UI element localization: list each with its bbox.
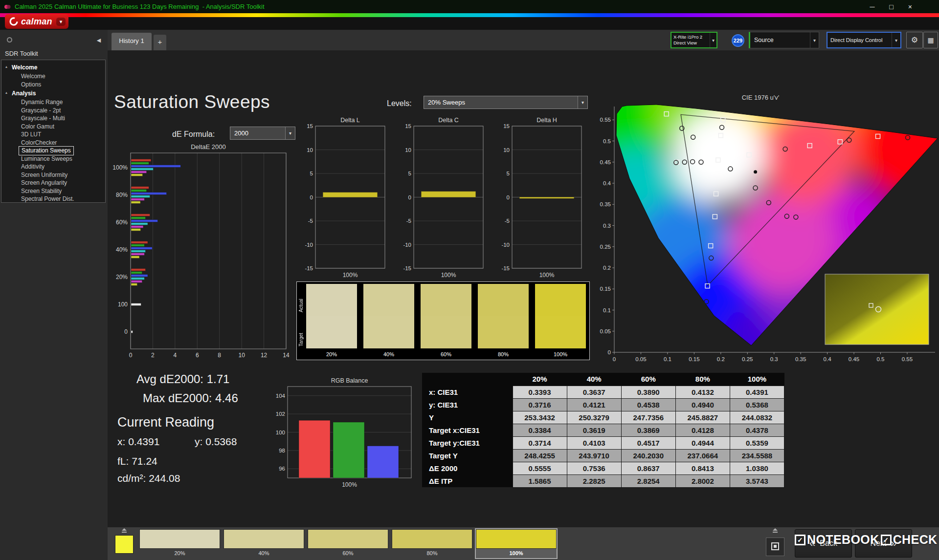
test-pattern-button-100%[interactable]: 100% [476, 529, 557, 558]
sidebar-item-grayscale-2pt[interactable]: Grayscale - 2pt [1, 107, 105, 115]
table-cell: 0.7536 [567, 462, 621, 474]
svg-text:0.5: 0.5 [877, 356, 885, 362]
table-row: Target Y248.4255243.9710240.2030237.0664… [422, 449, 784, 462]
page-title: Saturation Sweeps [114, 92, 270, 112]
svg-text:104: 104 [276, 393, 286, 399]
pattern-preview-button[interactable] [112, 527, 137, 560]
sidebar-item-dynamic-range[interactable]: Dynamic Range [1, 98, 105, 107]
minimize-button[interactable]: ─ [870, 3, 874, 11]
maximize-button[interactable]: □ [889, 3, 893, 11]
avg-de2000-readout: Avg dE2000: 1.71 [136, 372, 229, 386]
levels-select[interactable]: 20% Sweeps ▾ [424, 96, 588, 109]
swatch-actual [421, 284, 471, 316]
titlebar: Calman 2025 Calman Ultimate for Business… [0, 0, 939, 13]
table-cell: 0.3384 [513, 424, 567, 436]
meter-mode: Direct View [673, 40, 710, 46]
swatch-label: 100% [535, 348, 586, 359]
svg-text:100%: 100% [342, 481, 357, 488]
test-pattern-button-40%[interactable]: 40% [224, 529, 304, 558]
swatch-label: 40% [363, 348, 414, 359]
add-tab-button[interactable]: + [154, 35, 166, 50]
table-cell: 0.4940 [675, 398, 730, 411]
sidebar-item-screen-uniformity[interactable]: Screen Uniformity [1, 171, 105, 179]
close-button[interactable]: × [908, 3, 912, 11]
table-cell: 0.3619 [567, 424, 621, 436]
svg-text:0.1: 0.1 [603, 307, 611, 313]
svg-text:-15: -15 [501, 265, 510, 271]
svg-text:-10: -10 [305, 242, 313, 248]
sidebar-item-screen-angularity[interactable]: Screen Angularity [1, 179, 105, 187]
sidebar-item-additivity[interactable]: Additivity [1, 163, 105, 171]
svg-text:100%: 100% [441, 272, 456, 279]
logo-bar [0, 17, 939, 30]
sidebar-item-3d-lut[interactable]: 3D LUT [1, 130, 105, 139]
table-cell: 248.4255 [513, 449, 567, 462]
settings-gear-button[interactable]: ⚙ [906, 32, 923, 48]
sidebar-title: SDR Toolkit [5, 50, 38, 57]
sidebar-item-color-gamut[interactable]: Color Gamut [1, 123, 105, 131]
sidebar-collapse-button[interactable]: ◀ [94, 35, 104, 45]
sidebar-group-analysis[interactable]: ▴Analysis [1, 88, 105, 98]
meter-selector[interactable]: X-Rite i1Pro 2 Direct View ▾ [671, 32, 717, 48]
tab-history-1[interactable]: History 1 [112, 33, 152, 50]
svg-text:0.05: 0.05 [600, 328, 611, 334]
test-pattern-button-60%[interactable]: 60% [308, 529, 388, 558]
calman-menu-button[interactable]: calman ▾ [5, 14, 68, 29]
column-header: 40% [567, 373, 621, 386]
svg-text:80%: 80% [116, 192, 128, 198]
display-control-selector[interactable]: Direct Display Control ▾ [827, 32, 901, 48]
delta-l-chart: Delta L151050-5-10-15100% [299, 117, 390, 281]
svg-text:0: 0 [124, 328, 128, 335]
table-cell: 0.4378 [730, 424, 784, 436]
svg-text:0.35: 0.35 [795, 356, 806, 362]
sidebar-group-welcome[interactable]: ▴Welcome [1, 63, 105, 72]
sidebar-item-grayscale-multi[interactable]: Grayscale - Multi [1, 114, 105, 123]
swatch-target [363, 316, 414, 348]
test-pattern-button-80%[interactable]: 80% [392, 529, 472, 558]
pattern-window-button[interactable] [766, 538, 784, 556]
row-label: Target y:CIE31 [422, 436, 513, 449]
svg-text:0.55: 0.55 [600, 117, 611, 123]
de-formula-select[interactable]: 2000 ▾ [230, 127, 295, 140]
sidebar-item-options[interactable]: Options [1, 81, 105, 89]
table-cell: 237.0664 [675, 449, 730, 462]
svg-text:-15: -15 [305, 265, 313, 271]
svg-text:RGB Balance: RGB Balance [331, 377, 368, 384]
svg-text:0.55: 0.55 [902, 356, 913, 362]
sidebar-item-screen-stability[interactable]: Screen Stability [1, 187, 105, 195]
sidebar-item-spectral-power-dist-[interactable]: Spectral Power Dist. [1, 195, 105, 203]
table-header-row: 20%40%60%80%100% [422, 373, 784, 386]
tree-collapse-icon: ▴ [5, 90, 7, 95]
sidebar-item-colorchecker[interactable]: ColorChecker [1, 139, 105, 147]
sidebar-item-saturation-sweeps[interactable]: Saturation Sweeps [19, 147, 73, 155]
row-label: ΔE 2000 [422, 462, 513, 474]
calman-app-window: Calman 2025 Calman Ultimate for Business… [0, 0, 939, 560]
svg-text:15: 15 [307, 123, 313, 129]
levels-value: 20% Sweeps [424, 99, 578, 106]
svg-text:0.05: 0.05 [635, 356, 646, 362]
sidebar-item-welcome[interactable]: Welcome [1, 72, 105, 81]
svg-text:Delta H: Delta H [537, 117, 557, 124]
table-row: Target y:CIE310.37140.41030.45170.49440.… [422, 436, 784, 449]
svg-text:10: 10 [503, 147, 510, 153]
svg-text:15: 15 [503, 123, 510, 129]
chevron-down-icon: ▾ [578, 96, 587, 108]
svg-text:0: 0 [608, 349, 611, 355]
reading-y: y: 0.5368 [195, 436, 237, 448]
source-selector[interactable]: Source ▾ [749, 32, 819, 48]
test-pattern-button-20%[interactable]: 20% [139, 529, 220, 558]
svg-text:0.4: 0.4 [603, 180, 611, 186]
sidebar: ◀ SDR Toolkit ▴WelcomeWelcomeOptions▴Ana… [0, 30, 108, 560]
sidebar-item-luminance-sweeps[interactable]: Luminance Sweeps [1, 155, 105, 163]
svg-text:Delta L: Delta L [340, 117, 360, 124]
table-cell: 0.3393 [513, 386, 567, 398]
table-cell: 0.4391 [730, 386, 784, 398]
calman-swirl-icon [9, 17, 19, 26]
svg-text:-5: -5 [308, 218, 313, 224]
workspace-layout-button[interactable]: ▦ [923, 32, 938, 48]
svg-text:102: 102 [276, 411, 285, 417]
svg-text:14: 14 [283, 352, 290, 359]
table-cell: 244.0832 [730, 411, 784, 424]
table-cell: 0.3890 [621, 386, 675, 398]
session-indicator-icon[interactable] [7, 37, 12, 43]
